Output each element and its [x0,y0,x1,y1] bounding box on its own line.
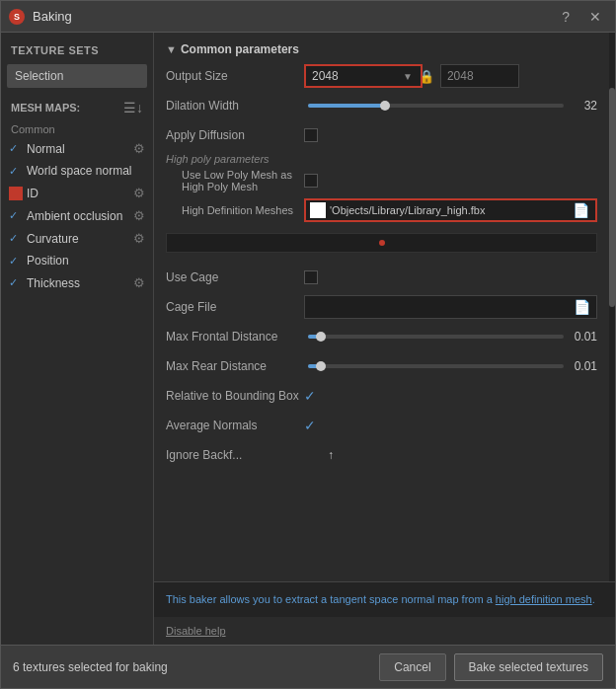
scrollbar[interactable] [609,33,615,581]
info-link[interactable]: high definition mesh [496,593,592,605]
use-low-poly-checkbox[interactable] [304,174,318,188]
dilation-width-value-text: 32 [568,99,597,113]
mesh-maps-label: Mesh maps: [11,102,80,114]
output-size-select[interactable]: 2048 128 256 512 1024 4096 [304,64,423,88]
spacer [166,258,597,266]
max-rear-slider[interactable] [308,364,564,368]
dilation-slider-fill [308,104,385,108]
cage-file-row: Cage File 📄 [166,295,597,319]
mesh-map-id[interactable]: ID ⚙ [1,182,153,204]
max-rear-value-text: 0.01 [568,359,597,373]
dilation-width-label: Dilation Width [166,99,304,113]
dilation-width-row: Dilation Width 32 [166,94,597,117]
ignore-backfaces-label: Ignore Backf... [166,448,304,462]
ao-label: Ambient occlusion [27,209,129,223]
file-browse-button[interactable]: 📄 [571,202,591,218]
position-label: Position [27,254,145,268]
id-settings-icon[interactable]: ⚙ [133,186,145,200]
output-size-row: Output Size 2048 128 256 512 1024 4096 [166,64,597,88]
window-title: Baking [33,9,556,24]
mesh-maps-header: Mesh maps: ☰↓ [1,90,153,119]
high-def-meshes-value: 'Objects/Library/Library_high.fbx 📄 [304,198,597,222]
id-checkbox[interactable] [9,187,23,200]
mesh-map-ao[interactable]: ✓ Ambient occlusion ⚙ [1,204,153,227]
average-normals-row: Average Normals ✓ [166,414,597,437]
high-def-meshes-row: High Definition Meshes 'Objects/Library/… [166,198,597,222]
output-size-locked-input[interactable] [440,64,519,88]
mesh-map-normal[interactable]: ✓ Normal ⚙ [1,137,153,160]
output-size-value: 2048 128 256 512 1024 4096 ▼ 🔒 [304,64,597,88]
right-panel: ▼ Common parameters Output Size 2048 128… [154,33,615,645]
params-area: ▼ Common parameters Output Size 2048 128… [154,33,609,581]
average-normals-label: Average Normals [166,419,304,432]
max-frontal-value: 0.01 [304,330,597,344]
use-cage-checkbox[interactable] [304,270,318,284]
common-section-label: Common [1,119,153,137]
relative-bounding-value: ✓ [304,388,597,404]
max-rear-row: Max Rear Distance 0.01 [166,354,597,378]
max-rear-value: 0.01 [304,359,597,373]
title-bar: S Baking ? ✕ [1,1,615,33]
use-low-poly-row: Use Low Poly Mesh as High Poly Mesh [166,169,597,192]
max-frontal-row: Max Frontal Distance 0.01 [166,325,597,348]
baking-window: S Baking ? ✕ Texture Sets Selection Mesh… [0,0,616,689]
footer: 6 textures selected for baking Cancel Ba… [1,645,615,688]
curvature-settings-icon[interactable]: ⚙ [133,231,145,246]
disable-help-link[interactable]: Disable help [154,617,615,645]
relative-bounding-label: Relative to Bounding Box [166,389,304,403]
cage-file-input[interactable]: 📄 [304,295,597,319]
id-label: ID [27,187,129,200]
cage-file-value: 📄 [304,295,597,319]
high-def-path-text: 'Objects/Library/Library_high.fbx [330,204,571,216]
footer-status: 6 textures selected for baking [13,660,371,674]
output-size-label: Output Size [166,69,304,83]
average-normals-value: ✓ [304,418,597,433]
world-space-normal-label: World space normal [27,164,145,178]
ao-settings-icon[interactable]: ⚙ [133,208,145,223]
mesh-map-world-space-normal[interactable]: ✓ World space normal [1,160,153,182]
max-frontal-value-text: 0.01 [568,330,597,344]
mesh-map-position[interactable]: ✓ Position [1,250,153,271]
use-cage-value [304,270,597,284]
cage-file-label: Cage File [166,300,304,314]
filter-icon[interactable]: ☰↓ [123,100,143,115]
check-position: ✓ [9,255,23,268]
max-frontal-slider[interactable] [308,335,564,339]
ignore-backfaces-row: Ignore Backf... ↑ [166,443,597,467]
use-low-poly-value [304,174,597,188]
bake-button[interactable]: Bake selected textures [454,653,603,681]
high-def-file-input[interactable]: 'Objects/Library/Library_high.fbx 📄 [304,198,597,222]
high-def-meshes-label: High Definition Meshes [166,204,304,216]
mesh-map-curvature[interactable]: ✓ Curvature ⚙ [1,227,153,250]
thickness-settings-icon[interactable]: ⚙ [133,275,145,290]
max-frontal-slider-thumb [316,332,326,342]
use-low-poly-label: Use Low Poly Mesh as High Poly Mesh [166,169,304,192]
mesh-list[interactable] [166,233,597,253]
check-curvature: ✓ [9,232,23,245]
check-ao: ✓ [9,209,23,222]
ignore-backfaces-value: ↑ [304,448,597,462]
close-button[interactable]: ✕ [583,7,607,27]
average-normals-check: ✓ [304,418,316,433]
apply-diffusion-value [304,128,597,142]
scrollbar-thumb[interactable] [609,88,615,307]
dilation-slider[interactable] [308,104,564,108]
use-cage-row: Use Cage [166,266,597,289]
title-controls: ? ✕ [556,7,607,27]
relative-bounding-row: Relative to Bounding Box ✓ [166,384,597,408]
cancel-button[interactable]: Cancel [379,653,445,681]
check-wsn: ✓ [9,165,23,178]
collapse-arrow[interactable]: ▼ [166,43,177,55]
texture-sets-label: Texture Sets [1,40,153,62]
apply-diffusion-row: Apply Diffusion [166,123,597,147]
sidebar: Texture Sets Selection Mesh maps: ☰↓ Com… [1,33,154,645]
mesh-list-area [166,228,597,258]
info-text2: . [592,593,595,605]
cage-browse-button[interactable]: 📄 [572,299,592,315]
use-cage-label: Use Cage [166,270,304,284]
texture-set-selection[interactable]: Selection [7,64,147,88]
normal-settings-icon[interactable]: ⚙ [133,141,145,156]
help-button[interactable]: ? [556,7,576,27]
mesh-map-thickness[interactable]: ✓ Thickness ⚙ [1,271,153,294]
apply-diffusion-checkbox[interactable] [304,128,318,142]
